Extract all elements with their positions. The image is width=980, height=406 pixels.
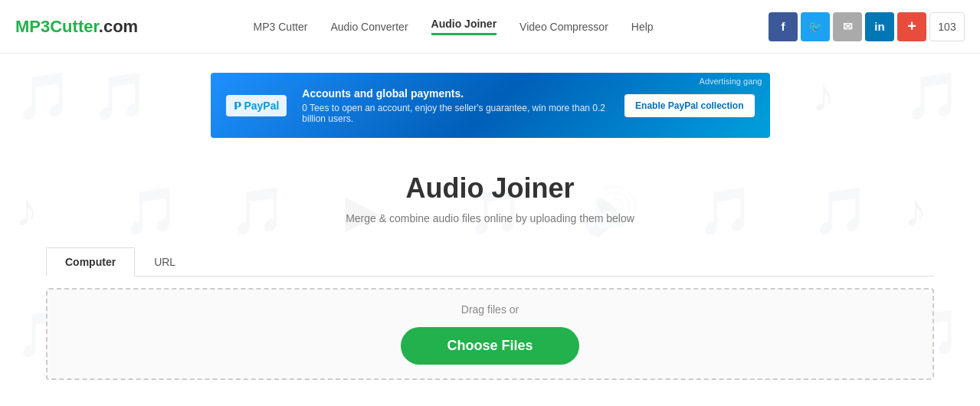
nav-video-compressor[interactable]: Video Compressor (519, 21, 608, 33)
twitter-share-button[interactable]: 🐦 (801, 12, 830, 41)
nav-audio-joiner[interactable]: Audio Joiner (431, 18, 497, 35)
nav-help[interactable]: Help (631, 21, 654, 33)
tabs-container: Computer URL (46, 247, 934, 277)
tab-computer[interactable]: Computer (46, 247, 135, 277)
ad-text-content: Accounts and global payments. 0 Tees to … (302, 87, 609, 124)
ad-title: Accounts and global payments. (302, 87, 609, 100)
ad-banner: Advertising gang 𝗣 PayPal Accounts and g… (211, 73, 770, 138)
page-title: Audio Joiner (15, 172, 965, 205)
social-icons-group: f 🐦 ✉ in + 103 (769, 12, 965, 41)
facebook-share-button[interactable]: f (769, 12, 798, 41)
main-nav: MP3 Cutter Audio Converter Audio Joiner … (254, 18, 654, 35)
main-content: 🎵 🎵 ▶ 🎵 🔊 🎵 🎵 ♪ 🎵 ♪ 🎵 🎵 ▶ 🎵 🔊 🎵 🎵 ♪ 🎵 ♪ … (0, 54, 980, 406)
paypal-logo: 𝗣 PayPal (226, 95, 287, 116)
header: MP3Cutter.com MP3 Cutter Audio Converter… (0, 0, 980, 54)
paypal-brand: PayPal (244, 100, 279, 112)
choose-files-button[interactable]: Choose Files (401, 327, 578, 365)
tabs: Computer URL (46, 247, 934, 277)
linkedin-share-button[interactable]: in (865, 12, 894, 41)
page-title-section: Audio Joiner Merge & combine audio files… (0, 149, 980, 240)
email-share-button[interactable]: ✉ (833, 12, 862, 41)
advertising-label: Advertising gang (700, 77, 762, 86)
upload-area[interactable]: Drag files or Choose Files (46, 288, 934, 380)
share-count: 103 (929, 12, 965, 41)
drag-files-text: Drag files or (461, 303, 519, 316)
logo-domain: .com (99, 17, 138, 36)
nav-mp3-cutter[interactable]: MP3 Cutter (254, 21, 308, 33)
more-share-button[interactable]: + (897, 12, 926, 41)
page-subtitle: Merge & combine audio files online by up… (15, 212, 965, 224)
paypal-p: 𝗣 (234, 100, 244, 112)
ad-cta-button[interactable]: Enable PayPal collection (624, 94, 754, 117)
ad-subtitle: 0 Tees to open an account, enjoy the sel… (302, 103, 609, 124)
logo-text: MP3Cutter (15, 17, 99, 36)
nav-audio-converter[interactable]: Audio Converter (330, 21, 408, 33)
tab-url[interactable]: URL (135, 247, 195, 277)
logo[interactable]: MP3Cutter.com (15, 17, 138, 37)
